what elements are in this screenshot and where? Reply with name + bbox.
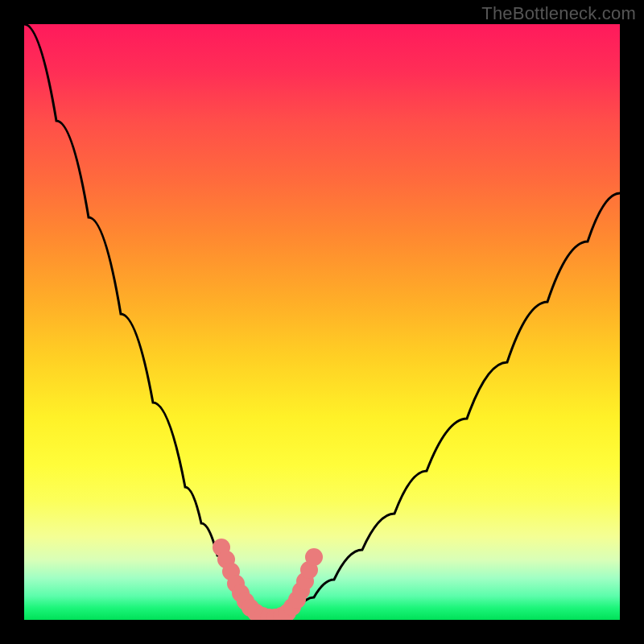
chart-svg xyxy=(24,24,620,620)
highlight-markers xyxy=(213,539,323,620)
right-curve xyxy=(288,193,620,616)
watermark-text: TheBottleneck.com xyxy=(481,3,636,24)
left-curve xyxy=(24,24,262,616)
plot-area xyxy=(24,24,620,620)
marker-dot xyxy=(305,548,323,566)
